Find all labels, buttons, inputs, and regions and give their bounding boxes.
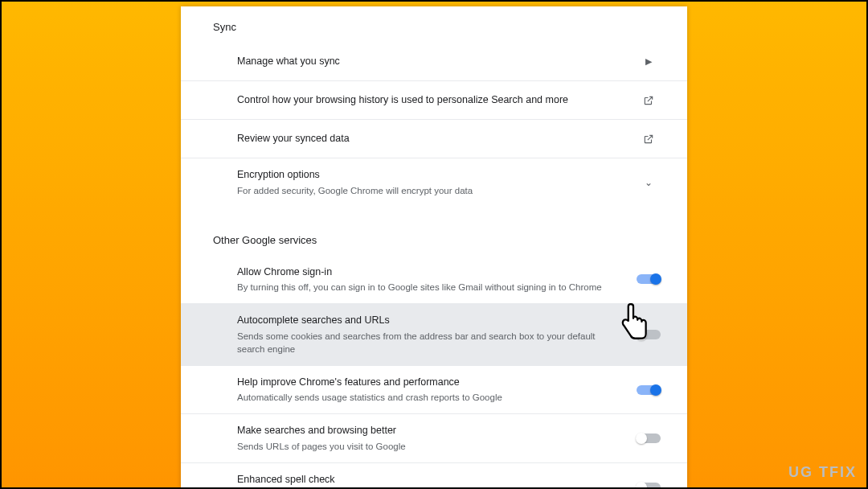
section-gap (181, 207, 687, 228)
row-title: Help improve Chrome's features and perfo… (237, 376, 618, 390)
toggle-improve[interactable] (637, 385, 661, 395)
chevron-down-icon: ⌄ (634, 177, 663, 188)
watermark: UG TFIX (788, 464, 857, 481)
row-desc: Sends URLs of pages you visit to Google (237, 440, 618, 453)
toggle-autocomplete[interactable] (637, 330, 661, 339)
settings-panel: Sync Manage what you sync ▶ Control how … (181, 6, 687, 489)
other-row-improve[interactable]: Help improve Chrome's features and perfo… (181, 366, 687, 415)
other-row-make-better[interactable]: Make searches and browsing better Sends … (181, 414, 687, 463)
toggle-make-better[interactable] (637, 434, 661, 443)
toggle-spellcheck[interactable] (637, 483, 661, 489)
other-row-spellcheck[interactable]: Enhanced spell check To fix spelling err… (181, 463, 687, 489)
other-row-allow-signin[interactable]: Allow Chrome sign-in By turning this off… (181, 256, 687, 305)
sync-section-header: Sync (181, 14, 687, 43)
row-title: Review your synced data (237, 132, 618, 146)
row-desc: By turning this off, you can sign in to … (237, 281, 618, 294)
sync-row-review-data[interactable]: Review your synced data (181, 120, 687, 158)
row-title: Encryption options (237, 168, 618, 183)
other-section-header: Other Google services (181, 228, 687, 256)
sync-row-manage[interactable]: Manage what you sync ▶ (181, 43, 687, 81)
row-title: Make searches and browsing better (237, 424, 618, 438)
sync-row-control-history[interactable]: Control how your browsing history is use… (181, 81, 687, 120)
row-title: Control how your browsing history is use… (237, 93, 618, 108)
row-title: Manage what you sync (237, 55, 618, 69)
row-desc: For added security, Google Chrome will e… (237, 184, 618, 197)
row-title: Enhanced spell check (237, 473, 618, 487)
arrow-right-icon: ▶ (634, 56, 663, 67)
open-in-new-icon (634, 134, 663, 145)
other-row-autocomplete[interactable]: Autocomplete searches and URLs Sends som… (181, 304, 687, 366)
row-desc: Sends some cookies and searches from the… (237, 330, 618, 355)
sync-row-encryption[interactable]: Encryption options For added security, G… (181, 158, 687, 207)
row-title: Allow Chrome sign-in (237, 265, 618, 280)
open-in-new-icon (634, 95, 663, 106)
row-desc: Automatically sends usage statistics and… (237, 391, 618, 404)
toggle-allow-signin[interactable] (637, 274, 661, 284)
row-title: Autocomplete searches and URLs (237, 314, 618, 328)
